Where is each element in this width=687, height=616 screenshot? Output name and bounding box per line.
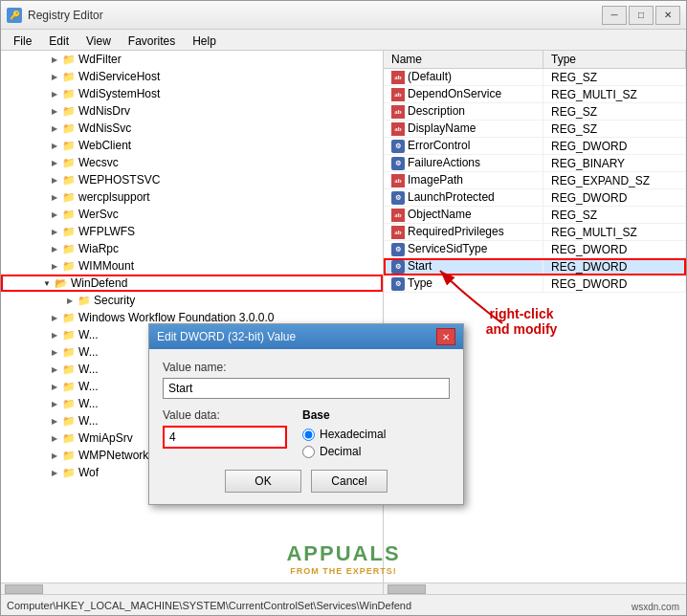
table-row[interactable]: abRequiredPrivileges REG_MULTI_SZ bbox=[384, 224, 686, 241]
tree-label: W... bbox=[78, 397, 99, 410]
tree-item-wdisystemhost[interactable]: ▶ 📁 WdiSystemHost bbox=[1, 85, 383, 102]
tree-item-windefend[interactable]: ▼ 📂 WinDefend bbox=[1, 275, 383, 292]
reg-icon-ab: ab bbox=[391, 209, 405, 222]
tree-label: WmiApSrv bbox=[78, 431, 133, 445]
tree-label: W... bbox=[78, 328, 99, 341]
table-row-start[interactable]: ⚙Start REG_DWORD bbox=[384, 258, 686, 275]
dialog-body: Value name: Value data: Base Hexadecimal… bbox=[149, 349, 463, 504]
folder-icon: 📁 bbox=[62, 381, 76, 393]
expand-icon: ▶ bbox=[47, 469, 62, 477]
values-hscroll[interactable] bbox=[384, 583, 686, 594]
cancel-button[interactable]: Cancel bbox=[311, 470, 388, 493]
tree-item-wephostsvc[interactable]: ▶ 📁 WEPHOSTSVC bbox=[1, 171, 383, 188]
expand-icon: ▶ bbox=[47, 417, 62, 426]
table-row[interactable]: ⚙Type REG_DWORD bbox=[384, 275, 686, 293]
table-row[interactable]: ⚙ErrorControl REG_DWORD bbox=[384, 138, 686, 155]
ok-button[interactable]: OK bbox=[225, 470, 301, 493]
folder-icon: 📁 bbox=[62, 105, 76, 118]
expand-icon: ▶ bbox=[47, 90, 62, 99]
folder-icon: 📁 bbox=[62, 54, 76, 66]
tree-item-wimmount[interactable]: ▶ 📁 WIMMount bbox=[1, 257, 383, 275]
value-data-input[interactable] bbox=[163, 426, 287, 449]
menu-help[interactable]: Help bbox=[184, 32, 225, 48]
folder-icon: 📁 bbox=[62, 415, 76, 428]
close-button[interactable]: ✕ bbox=[655, 6, 680, 25]
dialog-close-button[interactable]: ✕ bbox=[436, 328, 455, 345]
tree-item-wdiservicehost[interactable]: ▶ 📁 WdiServiceHost bbox=[1, 68, 383, 85]
folder-icon: 📁 bbox=[62, 467, 76, 479]
tree-item-security[interactable]: ▶ 📁 Security bbox=[1, 292, 383, 309]
reg-icon-gear: ⚙ bbox=[391, 243, 405, 256]
table-row[interactable]: ⚙LaunchProtected REG_DWORD bbox=[384, 189, 686, 207]
menu-file[interactable]: File bbox=[5, 32, 40, 48]
tree-label: W... bbox=[78, 380, 99, 393]
folder-icon: 📁 bbox=[62, 260, 76, 273]
tree-label: W... bbox=[78, 363, 99, 376]
tree-label: WdNisDrv bbox=[78, 104, 130, 118]
expand-icon: ▶ bbox=[47, 55, 62, 64]
folder-icon: 📁 bbox=[78, 295, 91, 307]
row-name: abRequiredPrivileges bbox=[384, 224, 543, 241]
folder-icon: 📁 bbox=[62, 71, 76, 83]
expand-icon: ▶ bbox=[47, 365, 62, 374]
value-data-label: Value data: bbox=[163, 408, 287, 422]
expand-icon: ▶ bbox=[47, 210, 62, 219]
dialog-title: Edit DWORD (32-bit) Value bbox=[157, 330, 296, 343]
expand-icon: ▶ bbox=[47, 348, 62, 357]
expand-icon: ▶ bbox=[47, 383, 62, 391]
dialog-title-bar: Edit DWORD (32-bit) Value ✕ bbox=[149, 324, 463, 349]
expand-icon: ▶ bbox=[62, 297, 78, 305]
value-name-label: Value name: bbox=[163, 361, 450, 374]
reg-icon-gear: ⚙ bbox=[391, 277, 405, 291]
expand-icon: ▶ bbox=[47, 314, 62, 322]
row-type: REG_DWORD bbox=[543, 241, 685, 258]
row-name: ⚙LaunchProtected bbox=[384, 189, 543, 207]
tree-item-wersvc[interactable]: ▶ 📁 WerSvc bbox=[1, 206, 383, 223]
menu-view[interactable]: View bbox=[78, 32, 120, 48]
tree-item-wdnissvc[interactable]: ▶ 📁 WdNisSvc bbox=[1, 120, 383, 137]
table-row[interactable]: abImagePath REG_EXPAND_SZ bbox=[384, 172, 686, 189]
tree-item-wdnisdrv[interactable]: ▶ 📁 WdNisDrv bbox=[1, 102, 383, 120]
folder-icon: 📁 bbox=[62, 329, 76, 341]
values-hscroll-thumb bbox=[388, 584, 426, 594]
menu-edit[interactable]: Edit bbox=[40, 32, 78, 48]
value-name-input[interactable] bbox=[163, 378, 450, 399]
tree-label: WFPLWFS bbox=[78, 225, 135, 238]
values-table: Name Type ab(Default) REG_SZ abDependOnS… bbox=[384, 51, 686, 293]
table-row[interactable]: abDisplayName REG_SZ bbox=[384, 121, 686, 138]
base-section: Base Hexadecimal Decimal bbox=[302, 408, 386, 458]
table-row[interactable]: abDependOnService REG_MULTI_SZ bbox=[384, 86, 686, 103]
tree-item-wercplsupport[interactable]: ▶ 📁 wercplsupport bbox=[1, 188, 383, 206]
row-name: ⚙Type bbox=[384, 275, 543, 293]
hexadecimal-label: Hexadecimal bbox=[320, 428, 386, 441]
maximize-button[interactable]: □ bbox=[629, 6, 654, 25]
table-row[interactable]: ab(Default) REG_SZ bbox=[384, 69, 686, 86]
row-type: REG_DWORD bbox=[543, 138, 685, 155]
reg-icon-ab: ab bbox=[391, 105, 405, 119]
minimize-button[interactable]: ─ bbox=[602, 6, 627, 25]
status-text: Computer\HKEY_LOCAL_MACHINE\SYSTEM\Curre… bbox=[7, 600, 411, 611]
window-controls: ─ □ ✕ bbox=[602, 6, 680, 25]
tree-item-webclient[interactable]: ▶ 📁 WebClient bbox=[1, 137, 383, 154]
table-row[interactable]: ⚙ServiceSidType REG_DWORD bbox=[384, 241, 686, 258]
horizontal-scrollbars bbox=[1, 583, 686, 594]
row-name: ⚙ErrorControl bbox=[384, 138, 543, 155]
tree-item-wdfilter[interactable]: ▶ 📁 WdFilter bbox=[1, 51, 383, 68]
decimal-radio-label[interactable]: Decimal bbox=[302, 445, 386, 458]
table-row[interactable]: abDescription REG_SZ bbox=[384, 103, 686, 121]
table-row[interactable]: abObjectName REG_SZ bbox=[384, 207, 686, 224]
folder-icon: 📁 bbox=[62, 140, 76, 152]
table-row[interactable]: ⚙FailureActions REG_BINARY bbox=[384, 155, 686, 172]
decimal-radio[interactable] bbox=[302, 446, 315, 458]
tree-label: WiaRpc bbox=[78, 242, 119, 255]
folder-icon: 📁 bbox=[62, 363, 76, 376]
hexadecimal-radio-label[interactable]: Hexadecimal bbox=[302, 428, 386, 441]
tree-item-wiarpc[interactable]: ▶ 📁 WiaRpc bbox=[1, 240, 383, 257]
tree-item-wfplwfs[interactable]: ▶ 📁 WFPLWFS bbox=[1, 223, 383, 240]
menu-favorites[interactable]: Favorites bbox=[120, 32, 184, 48]
tree-hscroll[interactable] bbox=[1, 583, 384, 594]
expand-icon: ▶ bbox=[47, 73, 62, 81]
folder-icon: 📁 bbox=[62, 312, 76, 324]
tree-item-wecsvc[interactable]: ▶ 📁 Wecsvc bbox=[1, 154, 383, 171]
hexadecimal-radio[interactable] bbox=[302, 429, 315, 441]
